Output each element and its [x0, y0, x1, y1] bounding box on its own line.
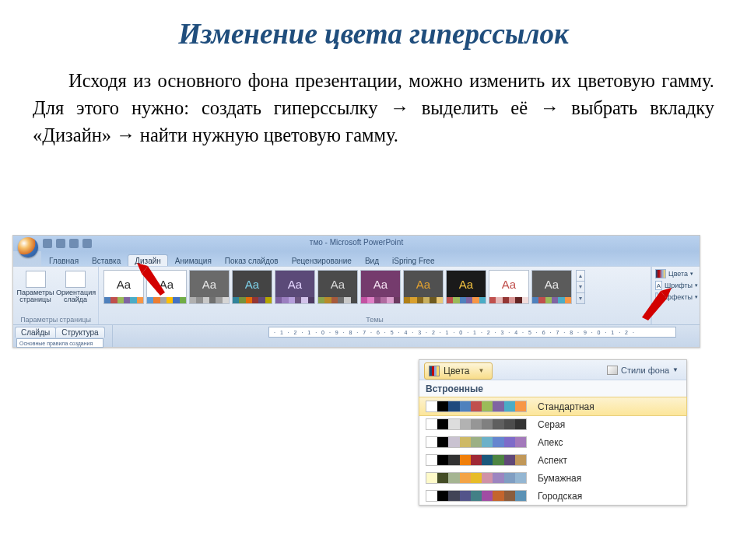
theme-thumbnail[interactable]: Aa: [531, 270, 572, 304]
color-swatch-strip: [426, 490, 527, 502]
theme-thumbnail[interactable]: Aa: [232, 270, 272, 304]
color-swatch-strip: [426, 454, 527, 466]
red-arrow-icon: [637, 286, 673, 322]
theme-thumbnail[interactable]: Aa: [189, 270, 230, 304]
office-button[interactable]: [18, 237, 38, 257]
page-parameters-button[interactable]: Параметры страницы: [16, 271, 54, 304]
slide-orientation-button[interactable]: Ориентация слайда: [56, 271, 95, 304]
colors-section-header: Встроенные: [419, 380, 686, 397]
color-scheme-name: Бумажная: [538, 473, 581, 484]
slide-title: Изменение цвета гиперссылок: [0, 17, 747, 51]
chevron-down-icon: ▼: [478, 367, 484, 374]
color-swatch-strip: [426, 472, 527, 484]
theme-thumbnail[interactable]: Aa: [489, 270, 529, 304]
theme-thumbnail[interactable]: Aa: [317, 270, 358, 304]
svg-marker-2: [642, 291, 667, 320]
background-styles-button[interactable]: Стили фона ▼: [607, 366, 679, 375]
color-scheme-name: Аспект: [538, 455, 567, 466]
color-scheme-row[interactable]: Серая: [419, 415, 686, 433]
horizontal-ruler: · 1 · 2 · 1 · 0 · 9 · 8 · 7 · 6 · 5 · 4 …: [268, 327, 676, 338]
color-scheme-row[interactable]: Бумажная: [419, 469, 686, 487]
color-swatch-strip: [426, 436, 527, 448]
ribbon-tab-4[interactable]: Показ слайдов: [219, 255, 285, 266]
color-scheme-row[interactable]: Аспект: [419, 451, 686, 469]
group-page-setup: Параметры страницы Ориентация слайда Пар…: [13, 267, 99, 324]
window-title: тмо - Microsoft PowerPoint: [13, 238, 700, 247]
color-swatch-strip: [426, 401, 527, 412]
svg-marker-0: [142, 266, 165, 296]
theme-colors-dropdown: Цвета ▼ Стили фона ▼ Встроенные Стандарт…: [419, 359, 687, 506]
color-scheme-row[interactable]: Стандартная: [419, 397, 686, 415]
colors-button-label: Цвета: [444, 366, 469, 376]
color-scheme-name: Серая: [538, 419, 565, 430]
color-scheme-name: Апекс: [538, 437, 563, 448]
ribbon-tab-1[interactable]: Вставка: [86, 255, 127, 266]
slide-thumbnail-caption: Основные правила создания: [16, 338, 103, 348]
powerpoint-ribbon-screenshot: тмо - Microsoft PowerPoint ГлавнаяВставк…: [12, 235, 700, 348]
ribbon-tab-0[interactable]: Главная: [43, 255, 85, 266]
colors-dropdown-button[interactable]: Цвета ▼: [424, 362, 493, 380]
slide-body: Исходя из основного фона презентации, мо…: [33, 68, 714, 149]
red-arrow-icon: [134, 261, 170, 297]
color-scheme-name: Городская: [538, 491, 582, 502]
color-scheme-row[interactable]: Апекс: [419, 433, 686, 451]
color-swatch-strip: [426, 418, 527, 430]
color-scheme-row[interactable]: Городская: [419, 487, 686, 505]
group-themes: AaAaAaAaAaAaAaAaAaAaAa▴▾▾ Темы: [99, 267, 651, 324]
ribbon-tab-5[interactable]: Рецензирование: [286, 255, 358, 266]
group-label-page-setup: Параметры страницы: [16, 316, 95, 324]
chevron-down-icon: ▼: [672, 366, 679, 373]
background-styles-icon: [607, 366, 618, 375]
ribbon-tab-3[interactable]: Анимация: [169, 255, 218, 266]
pane-tab-0[interactable]: Слайды: [15, 327, 56, 338]
ribbon-tab-6[interactable]: Вид: [359, 255, 385, 266]
ribbon-tab-7[interactable]: iSpring Free: [386, 255, 440, 266]
theme-thumbnail[interactable]: Aa: [360, 270, 401, 304]
pane-tab-1[interactable]: Структура: [56, 327, 104, 338]
theme-thumbnail[interactable]: Aa: [275, 270, 315, 304]
palette-icon: [429, 366, 440, 376]
theme-colors-button[interactable]: Цвета ▾: [655, 269, 698, 278]
color-scheme-name: Стандартная: [538, 401, 594, 412]
themes-gallery-spinner[interactable]: ▴▾▾: [576, 270, 585, 304]
theme-thumbnail[interactable]: Aa: [446, 270, 486, 304]
group-label-themes: Темы: [102, 316, 647, 324]
theme-thumbnail[interactable]: Aa: [403, 270, 444, 304]
